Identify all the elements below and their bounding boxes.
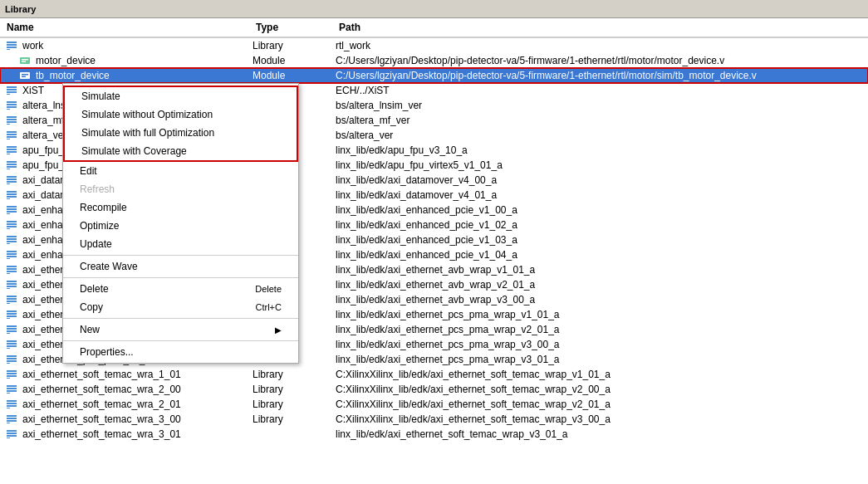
svg-rect-74 (7, 325, 17, 327)
svg-rect-47 (7, 223, 17, 225)
svg-rect-92 (7, 390, 17, 392)
row-path-cell: linx_lib/edk/axi_ethernet_avb_wrap_v3_00… (332, 294, 868, 306)
svg-rect-7 (20, 72, 30, 79)
menu-item-delete[interactable]: DeleteDelete (63, 280, 298, 298)
menu-item-label: Recompile (80, 202, 127, 213)
menu-item-simulate[interactable]: Simulate (65, 87, 297, 105)
svg-rect-97 (7, 408, 10, 408)
menu-separator (63, 255, 298, 256)
svg-rect-45 (7, 213, 10, 214)
svg-rect-79 (7, 343, 17, 345)
library-icon (3, 188, 20, 202)
row-type-cell: Library (249, 398, 332, 410)
svg-rect-81 (7, 348, 10, 349)
library-icon (3, 84, 20, 97)
library-icon (3, 218, 20, 232)
svg-rect-26 (7, 146, 17, 148)
svg-rect-34 (7, 176, 17, 178)
row-name-cell: axi_ethernet_soft_temac_wra_3_01 (0, 428, 249, 441)
svg-rect-63 (7, 283, 17, 285)
library-icon (3, 114, 20, 127)
svg-rect-35 (7, 178, 17, 180)
table-row[interactable]: axi_ethernet_soft_temac_wra_3_00 Library… (0, 412, 868, 427)
svg-rect-4 (20, 57, 30, 64)
menu-item-copy[interactable]: CopyCtrl+C (63, 298, 298, 316)
svg-rect-72 (7, 315, 17, 317)
menu-item-new[interactable]: New▶ (63, 320, 298, 339)
svg-rect-21 (7, 124, 10, 125)
svg-rect-77 (7, 333, 10, 334)
menu-item-label: Edit (80, 165, 97, 177)
table-row[interactable]: tb_motor_device Module C:/Users/lgziyan/… (0, 68, 868, 83)
table-row[interactable]: motor_device Module C:/Users/lgziyan/Des… (0, 53, 868, 68)
table-row[interactable]: work Library rtl_work (0, 38, 868, 53)
library-icon (3, 368, 20, 381)
svg-rect-56 (7, 256, 17, 257)
menu-item-simulate-coverage[interactable]: Simulate with Coverage (65, 142, 297, 160)
svg-rect-75 (7, 328, 17, 330)
menu-item-label: Properties... (80, 346, 134, 358)
svg-rect-78 (7, 340, 17, 342)
library-icon (3, 233, 20, 247)
svg-rect-2 (7, 46, 17, 48)
library-icon (3, 144, 20, 157)
context-menu: SimulateSimulate without OptimizationSim… (62, 83, 299, 364)
svg-rect-82 (7, 355, 17, 357)
menu-item-create-wave[interactable]: Create Wave (63, 257, 298, 276)
menu-shortcut: Ctrl+C (256, 302, 282, 312)
svg-rect-30 (7, 161, 17, 163)
library-icon (3, 248, 20, 262)
menu-item-label: Simulate (81, 90, 120, 102)
svg-rect-12 (7, 91, 17, 93)
table-row[interactable]: axi_ethernet_soft_temac_wra_2_01 Library… (0, 397, 868, 412)
row-name-cell: tb_motor_device (0, 69, 249, 82)
menu-item-optimize[interactable]: Optimize (63, 217, 298, 235)
table-row[interactable]: axi_ethernet_soft_temac_wra_2_00 Library… (0, 382, 868, 397)
menu-item-edit[interactable]: Edit (63, 162, 298, 180)
svg-rect-20 (7, 121, 17, 123)
table-header: Name Type Path (0, 18, 868, 37)
svg-rect-31 (7, 164, 17, 165)
row-path-cell: C:XilinxXilinx_lib/edk/axi_ethernet_soft… (332, 398, 868, 410)
menu-item-label: Delete (80, 283, 109, 295)
table-row[interactable]: axi_ethernet_soft_temac_wra_1_01 Library… (0, 367, 868, 382)
menu-item-properties[interactable]: Properties... (63, 343, 298, 361)
svg-rect-91 (7, 388, 17, 389)
row-path-cell: linx_lib/edk/axi_datamover_v4_00_a (332, 174, 868, 186)
row-type-cell: Library (249, 40, 332, 51)
menu-separator (63, 277, 298, 278)
menu-item-simulate-full-opt[interactable]: Simulate with full Optimization (65, 124, 297, 142)
col-header-path: Path (332, 20, 868, 35)
svg-rect-76 (7, 330, 17, 332)
svg-rect-3 (7, 49, 10, 50)
library-icon (3, 323, 20, 336)
row-path-cell: linx_lib/edk/axi_ethernet_avb_wrap_v1_01… (332, 264, 868, 276)
menu-item-simulate-no-opt[interactable]: Simulate without Optimization (65, 105, 297, 124)
svg-rect-104 (7, 435, 17, 437)
title-bar: Library (0, 0, 868, 18)
row-type-cell: Module (249, 70, 332, 81)
menu-item-recompile[interactable]: Recompile (63, 198, 298, 217)
svg-rect-64 (7, 286, 17, 287)
svg-rect-18 (7, 116, 17, 118)
svg-rect-9 (22, 76, 26, 78)
svg-rect-89 (7, 378, 10, 379)
svg-rect-38 (7, 191, 17, 193)
svg-rect-62 (7, 281, 17, 282)
menu-item-update[interactable]: Update (63, 235, 298, 253)
svg-rect-10 (7, 86, 17, 88)
table-row[interactable]: axi_ethernet_soft_temac_wra_3_01 linx_li… (0, 427, 868, 442)
row-path-cell: linx_lib/edk/axi_ethernet_pcs_pma_wrap_v… (332, 354, 868, 365)
row-path-cell: ECH/../XiST (332, 85, 868, 96)
svg-rect-98 (7, 415, 17, 417)
svg-rect-65 (7, 288, 10, 289)
row-path-cell: linx_lib/edk/axi_ethernet_avb_wrap_v2_01… (332, 279, 868, 291)
svg-rect-37 (7, 183, 10, 184)
svg-rect-60 (7, 271, 17, 272)
row-name-text: axi_ethernet_soft_temac_wra_3_00 (22, 413, 181, 425)
row-type-cell: Module (249, 55, 332, 66)
svg-rect-52 (7, 241, 17, 242)
library-icon (3, 174, 20, 187)
row-path-cell: bs/altera_ver (332, 130, 868, 141)
menu-item-label: Update (80, 238, 112, 250)
